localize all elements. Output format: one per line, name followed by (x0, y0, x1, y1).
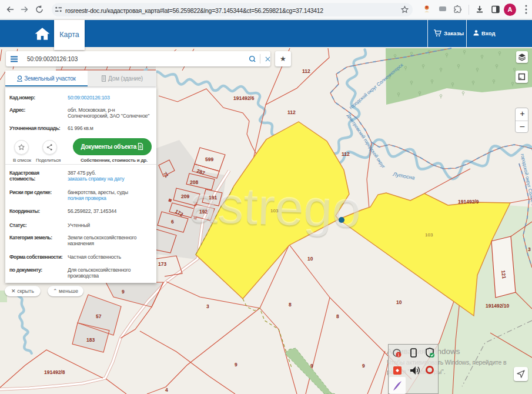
svg-text:112: 112 (342, 151, 350, 157)
svg-text:1: 1 (397, 353, 400, 357)
svg-text:191: 191 (209, 195, 217, 201)
svg-text:4: 4 (165, 387, 168, 393)
svg-text:208: 208 (190, 179, 198, 185)
svg-text:57: 57 (96, 313, 102, 319)
svg-text:9: 9 (235, 362, 237, 368)
svg-text:103: 103 (425, 232, 433, 238)
svg-text:121: 121 (500, 270, 507, 279)
svg-text:3: 3 (206, 303, 209, 309)
svg-text:209: 209 (181, 193, 189, 199)
svg-text:112: 112 (287, 109, 296, 115)
svg-text:astrego: astrego (188, 175, 362, 238)
svg-text:599: 599 (205, 156, 213, 162)
svg-text:192: 192 (199, 209, 208, 215)
svg-text:112: 112 (302, 68, 310, 74)
svg-text:191492/9: 191492/9 (458, 199, 479, 205)
svg-text:9: 9 (310, 363, 313, 369)
svg-text:191492/6: 191492/6 (233, 95, 255, 101)
svg-text:6: 6 (171, 219, 174, 225)
svg-text:8: 8 (336, 313, 339, 319)
svg-text:9: 9 (122, 289, 125, 295)
svg-text:10: 10 (307, 256, 313, 262)
svg-text:9: 9 (362, 363, 365, 369)
svg-text:3: 3 (528, 246, 531, 252)
svg-text:183: 183 (86, 337, 95, 343)
svg-text:191492/10: 191492/10 (486, 303, 509, 309)
svg-text:10: 10 (396, 299, 402, 305)
svg-text:8: 8 (289, 302, 292, 308)
svg-text:103: 103 (270, 208, 279, 213)
svg-text:173: 173 (158, 261, 166, 267)
svg-text:191492/8: 191492/8 (44, 369, 65, 375)
